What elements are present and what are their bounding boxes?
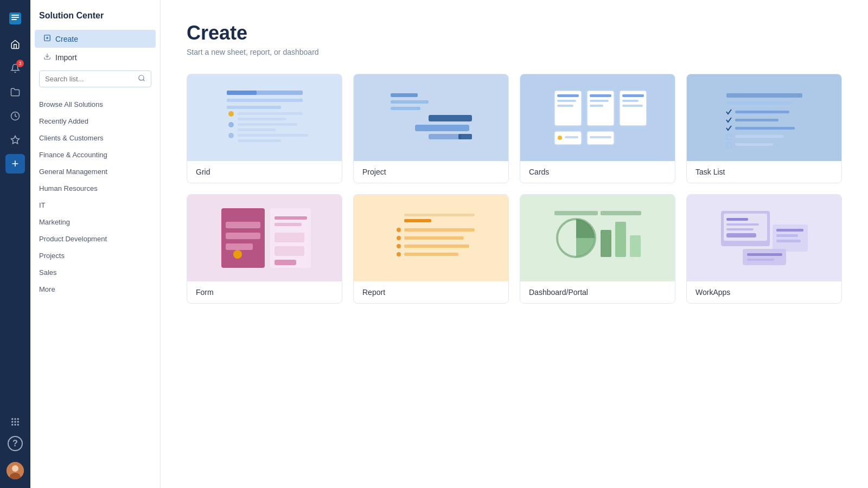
svg-rect-66 [726, 134, 731, 139]
svg-rect-25 [227, 91, 257, 95]
svg-rect-102 [726, 233, 756, 237]
card-image-form [187, 195, 342, 281]
import-nav-label: Import [55, 53, 77, 62]
svg-rect-92 [601, 230, 611, 257]
sidebar-list-item[interactable]: Projects [30, 247, 160, 264]
svg-rect-43 [458, 134, 472, 139]
browse-icon[interactable] [5, 82, 25, 102]
help-icon[interactable]: ? [8, 436, 23, 451]
sidebar-list-item[interactable]: Finance & Accounting [30, 146, 160, 163]
apps-icon[interactable] [5, 412, 25, 432]
svg-point-85 [397, 244, 401, 248]
svg-rect-72 [226, 233, 260, 239]
svg-point-87 [397, 252, 401, 256]
svg-point-81 [397, 228, 401, 232]
card-grid[interactable]: Grid [187, 74, 342, 183]
search-box [39, 70, 151, 87]
sidebar-list-item[interactable]: Sales [30, 264, 160, 281]
notification-badge: 3 [16, 60, 24, 67]
sidebar-list-item[interactable]: Human Resources [30, 180, 160, 197]
svg-rect-29 [238, 112, 303, 115]
svg-rect-67 [735, 135, 784, 138]
svg-rect-26 [227, 99, 303, 102]
svg-rect-68 [726, 143, 731, 147]
svg-rect-13 [15, 424, 16, 426]
svg-point-16 [12, 465, 18, 472]
svg-rect-38 [391, 100, 429, 104]
svg-rect-99 [726, 218, 748, 221]
svg-rect-51 [590, 105, 603, 107]
card-label-cards: Cards [520, 161, 675, 183]
card-image-project [354, 74, 508, 161]
svg-point-28 [228, 111, 234, 117]
cards-grid: Grid Project Cards [187, 74, 842, 304]
card-label-tasklist: Task List [687, 161, 841, 183]
card-label-grid: Grid [187, 161, 342, 183]
sidebar-list-item[interactable]: General Management [30, 163, 160, 180]
card-dashboard[interactable]: Dashboard/Portal [520, 194, 675, 304]
svg-rect-10 [15, 421, 16, 423]
svg-rect-89 [404, 219, 431, 222]
svg-rect-94 [630, 235, 641, 257]
user-avatar[interactable] [7, 462, 24, 479]
svg-rect-107 [743, 249, 786, 265]
svg-rect-41 [415, 125, 469, 131]
svg-rect-69 [735, 143, 773, 146]
favorites-icon[interactable] [5, 130, 25, 150]
svg-rect-73 [226, 243, 253, 250]
svg-rect-6 [11, 418, 13, 420]
svg-rect-12 [11, 424, 13, 426]
svg-point-22 [139, 75, 144, 80]
home-icon[interactable] [5, 35, 25, 54]
sidebar-list-item[interactable]: Clients & Customers [30, 130, 160, 146]
sidebar-item-import[interactable]: Import [35, 48, 156, 66]
card-project[interactable]: Project [353, 74, 509, 183]
card-form[interactable]: Form [187, 194, 342, 304]
card-workapps[interactable]: WorkApps [686, 194, 842, 304]
card-image-grid [187, 74, 342, 161]
recents-icon[interactable] [5, 106, 25, 126]
sidebar-list-item[interactable]: IT [30, 197, 160, 214]
create-plus-icon[interactable]: + [5, 154, 25, 174]
svg-rect-54 [622, 100, 639, 102]
notifications-icon[interactable]: 3 [5, 59, 25, 78]
svg-line-23 [143, 80, 145, 81]
sidebar: Solution Center Create Import [30, 0, 161, 488]
sidebar-list-item[interactable]: Recently Added [30, 113, 160, 130]
sidebar-list-item[interactable]: Marketing [30, 214, 160, 230]
search-input[interactable] [45, 75, 138, 83]
card-label-report: Report [354, 281, 508, 303]
svg-rect-77 [275, 223, 302, 226]
svg-rect-90 [404, 214, 475, 216]
svg-rect-37 [391, 93, 418, 97]
svg-rect-7 [15, 418, 16, 420]
svg-rect-0 [9, 12, 21, 24]
card-cards[interactable]: Cards [520, 74, 675, 183]
svg-rect-46 [557, 100, 576, 102]
svg-rect-103 [773, 224, 808, 252]
card-label-form: Form [187, 281, 342, 303]
svg-rect-50 [590, 100, 609, 102]
svg-rect-109 [747, 259, 774, 261]
svg-rect-80 [275, 260, 296, 265]
create-nav-icon [43, 34, 51, 43]
svg-rect-108 [747, 253, 782, 256]
sidebar-title: Solution Center [30, 11, 160, 29]
card-tasklist[interactable]: Task List [686, 74, 842, 183]
sidebar-list-item[interactable]: More [30, 281, 160, 298]
svg-rect-1 [11, 17, 19, 18]
sidebar-list-item[interactable]: Product Development [30, 230, 160, 247]
sidebar-item-create[interactable]: Create [35, 30, 156, 48]
svg-point-57 [558, 136, 562, 140]
svg-rect-95 [554, 211, 598, 215]
sidebar-list-item[interactable]: Browse All Solutions [30, 96, 160, 113]
svg-rect-39 [391, 107, 420, 110]
card-report[interactable]: Report [353, 194, 509, 304]
svg-rect-88 [404, 253, 458, 256]
create-nav-label: Create [55, 35, 78, 43]
svg-rect-11 [17, 421, 19, 423]
svg-rect-30 [238, 118, 286, 120]
svg-rect-106 [776, 240, 801, 242]
svg-rect-35 [238, 134, 308, 137]
svg-rect-53 [622, 94, 644, 97]
